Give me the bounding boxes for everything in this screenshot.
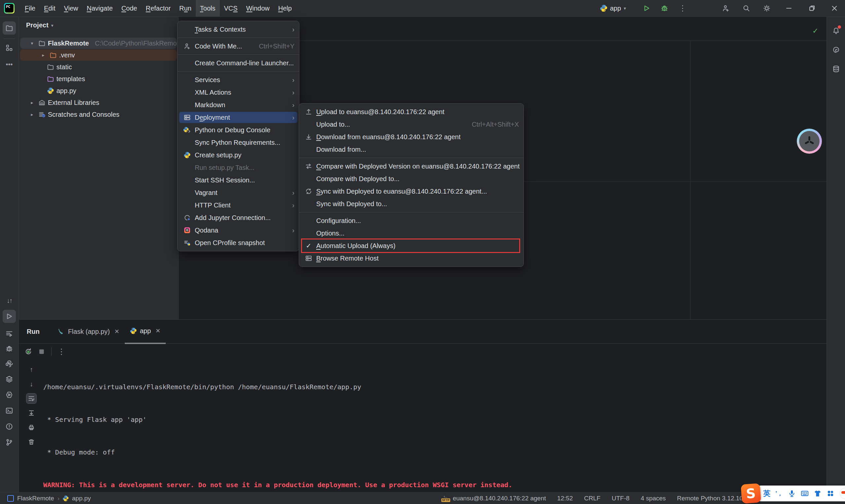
tree-row-templates[interactable]: templates <box>19 73 178 85</box>
menu-item-upload-to-agent[interactable]: Upload to euansu@8.140.240.176:22 agent <box>299 106 524 118</box>
problems-tool-button[interactable] <box>3 420 16 433</box>
remote-host-widget[interactable]: SFTP euansu@8.140.240.176:22 agent <box>441 495 546 502</box>
breadcrumb-project[interactable]: FlaskRemote <box>17 495 54 502</box>
menu-tools[interactable]: Tools <box>196 0 220 17</box>
stop-button[interactable] <box>38 348 45 355</box>
editor-splitter-vertical[interactable] <box>690 40 690 319</box>
window-minimize-button[interactable] <box>781 0 796 17</box>
menu-item-xml-actions[interactable]: XML Actions› <box>178 86 299 98</box>
menu-item-code-with-me[interactable]: Code With Me...Ctrl+Shift+Y <box>178 40 299 52</box>
structure-tool-button[interactable] <box>3 41 16 54</box>
close-icon[interactable]: ✕ <box>156 327 160 335</box>
menu-item-upload-to[interactable]: Upload to... Ctrl+Alt+Shift+X <box>299 118 524 131</box>
menu-item-deployment[interactable]: Deployment› <box>178 111 299 124</box>
tree-row-scratches[interactable]: ▸ Scratches and Consoles <box>19 109 178 120</box>
menu-item-automatic-upload[interactable]: ✓ Automatic Upload (Always) <box>299 239 524 252</box>
encoding-widget[interactable]: UTF-8 <box>612 495 630 502</box>
menu-item-compare-with-deployed-to[interactable]: Compare with Deployed to... <box>299 173 524 185</box>
menu-item-services[interactable]: Services› <box>178 74 299 86</box>
floating-assistant-button[interactable] <box>797 129 822 154</box>
menu-item-add-jupyter-connection[interactable]: Add Jupyter Connection... <box>178 212 299 224</box>
services-hexagon-button[interactable] <box>3 388 16 401</box>
menu-code[interactable]: Code <box>117 0 142 17</box>
run-tool-button[interactable] <box>3 310 16 323</box>
chevron-right-icon[interactable]: ▸ <box>28 100 36 105</box>
clear-all-button[interactable] <box>27 437 36 447</box>
menu-item-vagrant[interactable]: Vagrant› <box>178 186 299 199</box>
cursor-position-widget[interactable]: 12:52 <box>557 495 573 502</box>
menu-item-download-from[interactable]: Download from... <box>299 143 524 156</box>
menu-item-sync-with-deployed-agent[interactable]: Sync with Deployed to euansu@8.140.240.1… <box>299 185 524 198</box>
more-tool-windows-button[interactable]: ••• <box>3 58 16 71</box>
notifications-bell-button[interactable] <box>829 24 843 37</box>
indent-widget[interactable]: 4 spaces <box>641 495 666 502</box>
ime-punctuation-toggle[interactable]: ’， <box>775 489 783 498</box>
scroll-to-end-button[interactable] <box>27 408 36 418</box>
menu-item-browse-remote-host[interactable]: Browse Remote Host <box>299 252 524 265</box>
sogou-mascot-icon[interactable]: ✦ <box>839 488 845 499</box>
line-ending-widget[interactable]: CRLF <box>584 495 601 502</box>
project-panel-header[interactable]: Project ▾ <box>26 21 53 29</box>
menu-item-start-ssh-session[interactable]: Start SSH Session... <box>178 174 299 186</box>
microphone-icon[interactable] <box>788 489 796 498</box>
services-tool-button[interactable] <box>3 327 16 340</box>
chevron-down-icon[interactable]: ▾ <box>28 40 36 46</box>
print-button[interactable] <box>27 422 36 432</box>
menu-edit[interactable]: Edit <box>40 0 59 17</box>
inspections-ok-icon[interactable]: ✓ <box>812 27 818 35</box>
menu-refactor[interactable]: Refactor <box>141 0 175 17</box>
menu-item-compare-with-deployed-version[interactable]: Compare with Deployed Version on euansu@… <box>299 160 524 173</box>
run-configuration-selector[interactable]: app ▾ <box>600 0 626 17</box>
search-everywhere-button[interactable] <box>743 0 750 17</box>
menu-item-create-cli-launcher[interactable]: Create Command-line Launcher... <box>178 57 299 69</box>
tree-row-app-py[interactable]: app.py <box>19 85 178 97</box>
soft-wrap-button[interactable] <box>27 394 36 403</box>
menu-item-qodana[interactable]: Qodana› <box>178 224 299 236</box>
menu-item-sync-with-deployed-to[interactable]: Sync with Deployed to... <box>299 198 524 210</box>
tab-flask-app[interactable]: Flask (app.py) ✕ <box>53 320 125 343</box>
project-tool-button[interactable] <box>3 21 16 35</box>
up-stacktrace-button[interactable]: ↑ <box>27 364 36 374</box>
menu-item-open-cprofile-snapshot[interactable]: Open CProfile snapshot <box>178 236 299 249</box>
rerun-button[interactable] <box>25 348 32 355</box>
sogou-logo[interactable]: S <box>741 483 761 504</box>
menu-view[interactable]: View <box>60 0 83 17</box>
chevron-right-icon[interactable]: ▸ <box>39 52 47 58</box>
menu-item-download-from-agent[interactable]: Download from euansu@8.140.240.176:22 ag… <box>299 131 524 143</box>
window-close-button[interactable] <box>827 0 842 17</box>
commit-arrows-button[interactable]: ↓↑ <box>3 294 16 307</box>
code-with-me-button[interactable] <box>722 0 729 17</box>
debug-tool-button[interactable] <box>3 342 16 355</box>
down-stacktrace-button[interactable]: ↓ <box>27 379 36 389</box>
tab-app[interactable]: app ✕ <box>125 319 166 344</box>
settings-button[interactable] <box>763 0 770 17</box>
debug-button[interactable] <box>661 0 668 17</box>
ai-assistant-button[interactable] <box>829 43 843 56</box>
chevron-right-icon[interactable]: ▸ <box>28 112 36 117</box>
skin-shirt-icon[interactable] <box>814 489 822 498</box>
tree-row-flaskremote[interactable]: ▾ FlaskRemote C:\Code\Python\FlaskRemote <box>19 37 178 49</box>
menu-navigate[interactable]: Navigate <box>83 0 117 17</box>
ime-language-toggle[interactable]: 英 <box>763 488 770 498</box>
run-button[interactable] <box>643 0 650 17</box>
menu-window[interactable]: Window <box>242 0 274 17</box>
database-tool-button[interactable] <box>829 62 843 75</box>
menu-item-sync-python-requirements[interactable]: Sync Python Requirements... <box>178 136 299 149</box>
breadcrumb-file[interactable]: app.py <box>72 495 91 502</box>
menu-run[interactable]: Run <box>175 0 196 17</box>
menu-item-python-debug-console[interactable]: Python or Debug Console <box>178 124 299 136</box>
tree-row-external-libraries[interactable]: ▸ External Libraries <box>19 97 178 109</box>
more-options-kebab-icon[interactable]: ⋮ <box>57 348 65 356</box>
python-packages-button[interactable] <box>3 372 16 385</box>
python-console-button[interactable] <box>3 357 16 371</box>
window-restore-button[interactable] <box>805 0 819 17</box>
menu-file[interactable]: File <box>20 0 40 17</box>
toolbox-grid-icon[interactable] <box>827 489 834 498</box>
menu-item-http-client[interactable]: HTTP Client› <box>178 199 299 212</box>
menu-help[interactable]: Help <box>274 0 296 17</box>
menu-item-markdown[interactable]: Markdown› <box>178 98 299 111</box>
menu-vcs[interactable]: VCS <box>220 0 242 17</box>
menu-item-configuration[interactable]: Configuration... <box>299 214 524 227</box>
version-control-button[interactable] <box>3 436 16 449</box>
more-actions-kebab-icon[interactable]: ⋮ <box>679 0 687 17</box>
